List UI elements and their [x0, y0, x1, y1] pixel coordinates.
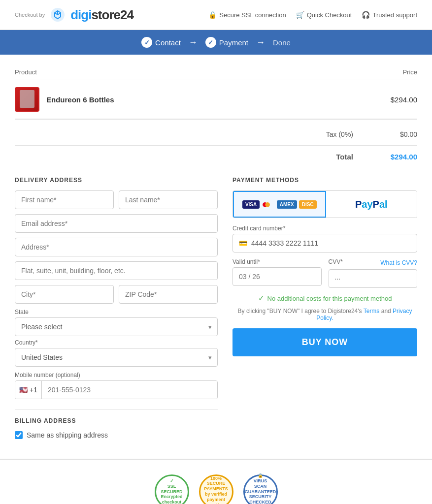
step-done: Done [273, 38, 291, 47]
ssl-circle: ✓ SSL SECURED Encrypted checkout [155, 474, 189, 504]
email-row [15, 214, 218, 233]
country-select[interactable]: United States Canada United Kingdom [15, 348, 218, 367]
totals-section: Tax (0%) $0.00 Total $294.00 [15, 125, 417, 167]
trusted-support-label: Trusted support [372, 11, 417, 19]
ssl-label: Secure SSL connection [219, 11, 286, 19]
virus-scan-footer-badge: 🔒 VIRUS SCAN GUARANTEED SECURITY CHECKED… [243, 474, 278, 504]
ssl-line2: Encrypted checkout [159, 494, 185, 504]
quick-checkout-label: Quick Checkout [307, 11, 352, 19]
step-done-label: Done [273, 38, 291, 47]
address-input[interactable] [15, 238, 218, 256]
cart-icon: 🛒 [296, 11, 304, 19]
no-cost-notice: ✓ No additional costs for this payment m… [233, 294, 417, 303]
progress-bar: ✓ Contact → ✓ Payment → Done [0, 30, 432, 55]
phone-row: 🇺🇸 +1 [15, 380, 218, 399]
quick-checkout-badge: 🛒 Quick Checkout [296, 11, 352, 19]
no-cost-text: No additional costs for this payment met… [267, 295, 392, 302]
payment-section: PAYMENT METHODS VISA ●● AMEX DISC Pay [233, 177, 417, 439]
cc-number-display: 4444 3333 2222 1111 [251, 239, 318, 247]
cc-number-wrapper[interactable]: 💳 4444 3333 2222 1111 [233, 234, 417, 252]
tax-row: Tax (0%) $0.00 [15, 127, 417, 141]
email-input[interactable] [15, 214, 218, 233]
step-payment: ✓ Payment [205, 37, 248, 48]
cvv-field: CVV* What is CVV? [329, 258, 418, 288]
card-payment-tab[interactable]: VISA ●● AMEX DISC [233, 191, 326, 218]
amex-logo: AMEX [277, 200, 297, 209]
same-as-shipping-label: Same as shipping address [27, 431, 108, 439]
buy-now-button[interactable]: BUY NOW [233, 328, 417, 356]
two-col-layout: DELIVERY ADDRESS State Please [15, 177, 417, 439]
terms-prefix: By clicking "BUY NOW" I agree to Digisto… [238, 308, 362, 315]
phone-input[interactable] [42, 381, 217, 399]
tax-value: $0.00 [383, 130, 417, 138]
name-row [15, 190, 218, 209]
contact-check-icon: ✓ [141, 37, 152, 48]
paypal-payment-tab[interactable]: PayPal [326, 191, 417, 218]
payment-section-label: PAYMENT METHODS [233, 177, 417, 184]
phone-flag: 🇺🇸 +1 [15, 381, 42, 399]
flag-emoji: 🇺🇸 [19, 386, 28, 394]
visa-logo: VISA [242, 200, 260, 209]
first-name-input[interactable] [15, 190, 114, 209]
product-name: Endureon 6 Bottles [46, 95, 391, 104]
what-is-cvv-link[interactable]: What is CVV? [380, 259, 417, 266]
zip-input[interactable] [119, 285, 218, 304]
secure-payments-footer-badge: 100% SECURE PAYMENTS by verified payment… [199, 474, 233, 504]
discover-logo: DISC [299, 200, 317, 209]
card-logos: VISA ●● AMEX DISC [242, 198, 317, 211]
same-as-shipping-checkbox[interactable] [15, 431, 23, 439]
payment-check-icon: ✓ [205, 37, 216, 48]
arrow-2: → [256, 37, 265, 48]
last-name-input[interactable] [119, 190, 218, 209]
step-contact: ✓ Contact [141, 37, 181, 48]
col-price: Price [402, 68, 417, 76]
cvv-label: CVV* [329, 258, 343, 265]
delivery-address-section: DELIVERY ADDRESS State Please [15, 177, 218, 439]
state-label: State [15, 309, 218, 315]
secure-line3: SECURE PAYMENTS [203, 481, 229, 492]
logo-icon [49, 6, 66, 24]
cc-number-label: Credit card number* [233, 225, 417, 232]
header-left: Checkout by digistore24 [15, 6, 133, 24]
billing-section-label: BILLING ADDRESS [15, 417, 218, 424]
arrow-1: → [189, 37, 198, 48]
grand-total-row: Total $294.00 [15, 150, 417, 164]
virus-circle: 🔒 VIRUS SCAN GUARANTEED SECURITY CHECKED… [243, 474, 278, 504]
checkmark-icon: ✓ [258, 294, 265, 303]
ssl-check: ✓ [170, 478, 174, 484]
address2-input[interactable] [15, 261, 218, 280]
delivery-section-label: DELIVERY ADDRESS [15, 177, 218, 184]
cvv-label-row: CVV* What is CVV? [329, 258, 418, 267]
cc-details-row: Valid until* CVV* What is CVV? [233, 258, 417, 288]
main-content: Product Price Endureon 6 Bottles $294.00… [0, 55, 432, 459]
product-image [15, 87, 39, 112]
progress-steps: ✓ Contact → ✓ Payment → Done [0, 37, 432, 48]
product-table: Product Price Endureon 6 Bottles $294.00 [15, 64, 417, 120]
billing-section: BILLING ADDRESS Same as shipping address [15, 409, 218, 439]
product-price: $294.00 [391, 95, 417, 104]
col-product: Product [15, 68, 37, 76]
payment-tabs: VISA ●● AMEX DISC PayPal [233, 190, 417, 218]
country-select-wrapper: United States Canada United Kingdom [15, 348, 218, 367]
step-payment-label: Payment [219, 38, 248, 47]
trusted-support-badge: 🎧 Trusted support [362, 11, 417, 19]
header: Checkout by digistore24 🔒 Secure SSL con… [0, 0, 432, 30]
terms-link[interactable]: Terms [364, 308, 380, 315]
checkout-by-label: Checkout by [15, 12, 45, 18]
ssl-badge: 🔒 Secure SSL connection [208, 11, 286, 19]
valid-until-field: Valid until* [233, 258, 322, 288]
city-input[interactable] [15, 285, 114, 304]
terms-and: and [381, 308, 391, 315]
address-row [15, 238, 218, 256]
valid-until-label: Valid until* [233, 258, 322, 265]
header-badges: 🔒 Secure SSL connection 🛒 Quick Checkout… [208, 11, 417, 19]
state-select[interactable]: Please select Alabama Alaska California … [15, 317, 218, 336]
valid-until-input[interactable] [233, 267, 322, 286]
virus-line3: SECURITY CHECKED SERVERS [248, 494, 273, 504]
total-label: Total [336, 153, 353, 161]
mc-logo: ●● [262, 198, 275, 211]
footer-badges: ✓ SSL SECURED Encrypted checkout 100% SE… [0, 459, 432, 504]
virus-line1: VIRUS SCAN [248, 478, 273, 489]
phone-prefix: +1 [30, 386, 37, 394]
cvv-input[interactable] [329, 269, 418, 288]
